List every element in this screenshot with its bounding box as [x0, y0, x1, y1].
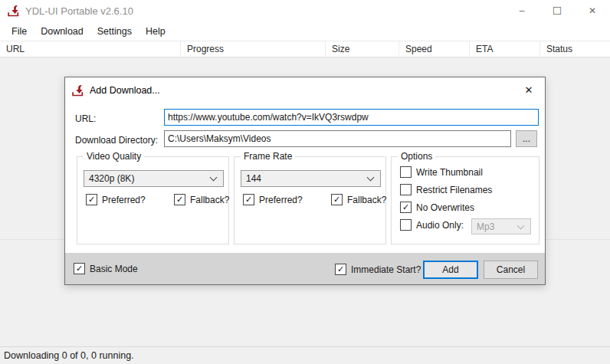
checkbox-icon[interactable]: ✓ [400, 202, 412, 213]
write-thumbnail-label[interactable]: Write Thumbnail [416, 167, 483, 178]
write-thumbnail-checkbox[interactable]: Write Thumbnail [400, 166, 483, 178]
checkbox-icon[interactable]: ✓ [174, 194, 185, 205]
menu-item-file[interactable]: File [5, 23, 34, 40]
cancel-button[interactable]: Cancel [484, 261, 538, 279]
chevron-down-icon [367, 174, 375, 182]
maximize-icon[interactable]: ☐ [539, 0, 575, 21]
checkbox-icon[interactable]: ✓ [86, 194, 97, 205]
checkbox-icon[interactable]: ✓ [243, 194, 254, 205]
minimize-icon[interactable]: – [504, 0, 539, 21]
audio-only-checkbox[interactable]: Audio Only: [400, 219, 464, 231]
menu-item-help[interactable]: Help [139, 23, 172, 40]
immediate-start-checkbox[interactable]: ✓ Immediate Start? [335, 264, 421, 275]
window-title: YDL-UI Portable v2.6.10 [25, 5, 133, 17]
url-input[interactable] [164, 109, 539, 126]
dialog-close-icon[interactable]: ✕ [513, 77, 545, 102]
titlebar[interactable]: YDL-UI Portable v2.6.10 – ☐ ✕ [0, 0, 610, 21]
frame-rate-select[interactable]: 144 [241, 170, 381, 187]
no-overwrites-checkbox[interactable]: ✓ No Overwrites [400, 202, 474, 213]
chevron-down-icon [517, 221, 525, 229]
fr-fallback-checkbox[interactable]: ✓ Fallback? [331, 194, 386, 205]
checkbox-icon[interactable] [400, 166, 412, 178]
audio-format-select: Mp3 [471, 218, 531, 234]
status-text: Downloading 0 of 0, 0 running. [4, 350, 134, 361]
menu-item-settings[interactable]: Settings [90, 23, 139, 40]
menubar: File Download Settings Help [0, 21, 610, 41]
frame-rate-group-title: Frame Rate [241, 151, 295, 162]
app-download-icon [7, 5, 19, 17]
checkbox-icon[interactable]: ✓ [74, 263, 85, 274]
frame-rate-selected: 144 [246, 173, 261, 184]
checkbox-icon[interactable]: ✓ [331, 194, 343, 205]
column-header-eta[interactable]: ETA [470, 41, 540, 57]
add-button[interactable]: Add [423, 261, 478, 279]
restrict-filenames-checkbox[interactable]: Restrict Filenames [400, 184, 492, 195]
column-header-status[interactable]: Status [540, 41, 610, 57]
options-group-title: Options [398, 151, 435, 162]
column-header-speed[interactable]: Speed [399, 41, 470, 57]
url-label: URL: [75, 113, 96, 124]
video-quality-selected: 4320p (8K) [89, 173, 134, 184]
video-quality-group-title: Video Quality [84, 151, 144, 162]
checkbox-icon[interactable] [400, 184, 412, 195]
directory-input[interactable] [164, 130, 511, 147]
vq-fallback-checkbox[interactable]: ✓ Fallback? [174, 194, 229, 205]
browse-button[interactable]: ... [516, 130, 537, 147]
restrict-filenames-label[interactable]: Restrict Filenames [416, 185, 492, 195]
dialog-title: Add Download... [90, 85, 160, 96]
audio-format-selected: Mp3 [477, 221, 494, 232]
download-list-header: URL Progress Size Speed ETA Status [0, 41, 610, 57]
statusbar: Downloading 0 of 0, 0 running. [0, 346, 610, 364]
column-header-url[interactable]: URL [0, 41, 181, 57]
vq-preferred-checkbox[interactable]: ✓ Preferred? [86, 194, 146, 205]
close-icon[interactable]: ✕ [575, 0, 610, 21]
audio-only-label[interactable]: Audio Only: [416, 220, 464, 231]
directory-label: Download Directory: [75, 135, 158, 146]
fr-preferred-checkbox[interactable]: ✓ Preferred? [243, 194, 303, 205]
main-window: YDL-UI Portable v2.6.10 – ☐ ✕ File Downl… [0, 0, 610, 364]
video-quality-group: Video Quality 4320p (8K) ✓ Preferred? ✓ … [77, 156, 229, 244]
basic-mode-label[interactable]: Basic Mode [90, 264, 138, 274]
options-group: Options Write Thumbnail Restrict Filenam… [391, 156, 539, 244]
dialog-download-icon [71, 84, 84, 97]
fr-preferred-label[interactable]: Preferred? [259, 195, 303, 205]
immediate-start-label[interactable]: Immediate Start? [351, 264, 421, 275]
no-overwrites-label[interactable]: No Overwrites [416, 202, 474, 213]
vq-preferred-label[interactable]: Preferred? [102, 195, 146, 205]
dialog-titlebar[interactable]: Add Download... ✕ [65, 77, 545, 103]
column-header-size[interactable]: Size [326, 41, 399, 57]
column-header-progress[interactable]: Progress [181, 41, 326, 57]
menu-item-download[interactable]: Download [34, 23, 90, 40]
video-quality-select[interactable]: 4320p (8K) [84, 170, 224, 187]
dialog-footer: ✓ Basic Mode ✓ Immediate Start? Add Canc… [65, 253, 545, 284]
frame-rate-group: Frame Rate 144 ✓ Preferred? ✓ Fallback? [234, 156, 386, 244]
fr-fallback-label[interactable]: Fallback? [347, 195, 386, 205]
checkbox-icon[interactable]: ✓ [335, 264, 346, 275]
window-controls: – ☐ ✕ [504, 0, 610, 21]
chevron-down-icon [210, 174, 218, 182]
vq-fallback-label[interactable]: Fallback? [190, 195, 229, 205]
checkbox-icon[interactable] [400, 219, 412, 231]
add-download-dialog: Add Download... ✕ URL: Download Director… [64, 77, 546, 285]
basic-mode-checkbox[interactable]: ✓ Basic Mode [74, 263, 138, 274]
